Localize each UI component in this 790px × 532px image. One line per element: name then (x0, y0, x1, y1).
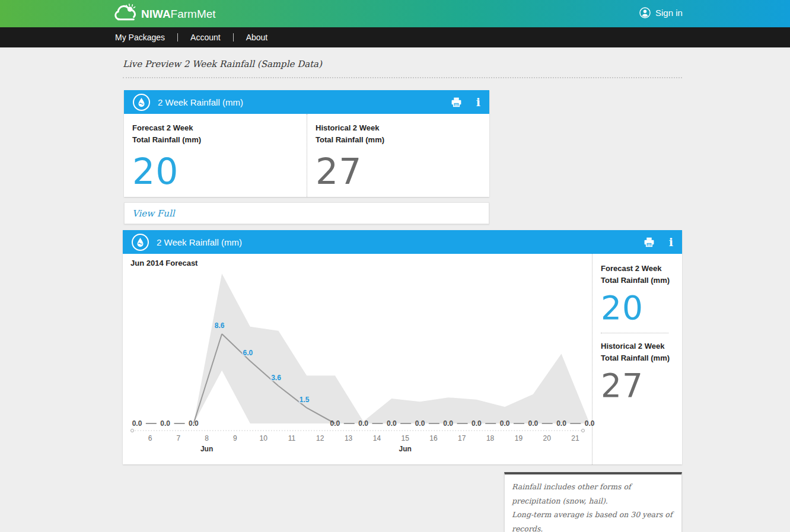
svg-text:0.0: 0.0 (585, 419, 595, 428)
nav-item-about[interactable]: About (246, 33, 268, 42)
view-full-bar: View Full (124, 202, 489, 224)
rainfall-chart-card: 2 Week Rainfall (mm) i 678Jun91011121314… (123, 230, 682, 464)
raindrop-icon (133, 94, 150, 111)
svg-text:0.0: 0.0 (132, 419, 142, 428)
svg-text:0.0: 0.0 (500, 419, 510, 428)
svg-text:0.0: 0.0 (189, 419, 199, 428)
print-icon[interactable] (451, 97, 462, 107)
svg-text:14: 14 (373, 434, 381, 442)
page-title: Live Preview 2 Week Rainfall (Sample Dat… (123, 59, 790, 69)
chart-card-header: 2 Week Rainfall (mm) i (123, 230, 682, 254)
panel-divider (601, 333, 668, 333)
svg-text:0.0: 0.0 (528, 419, 538, 428)
svg-text:15: 15 (402, 434, 410, 442)
summary-card-body: Forecast 2 Week Total Rainfall (mm) 20 H… (124, 114, 489, 197)
forecast-value: 20 (132, 153, 307, 190)
forecast-stat: Forecast 2 Week Total Rainfall (mm) 20 (124, 114, 307, 197)
view-full-link[interactable]: View Full (132, 208, 175, 219)
niwa-farmmet-logo[interactable]: NIWAFarmMet (113, 3, 216, 23)
print-icon[interactable] (644, 237, 655, 247)
svg-text:13: 13 (345, 434, 353, 442)
svg-text:1.5: 1.5 (300, 396, 310, 404)
forecast-label-line2: Total Rainfall (mm) (601, 275, 682, 286)
footnote-line-2: Long-term average is based on 30 years o… (512, 508, 674, 532)
summary-card-header: 2 Week Rainfall (mm) i (124, 90, 489, 114)
svg-text:0.0: 0.0 (556, 419, 566, 428)
rainfall-summary-card: 2 Week Rainfall (mm) i Forecast 2 Week T… (124, 90, 489, 197)
user-icon (639, 7, 651, 18)
svg-text:7: 7 (176, 434, 180, 442)
main-nav: My Packages Account About (0, 27, 790, 47)
svg-text:20: 20 (543, 434, 552, 442)
sign-in-link[interactable]: Sign in (639, 7, 683, 18)
svg-text:Jun: Jun (200, 445, 213, 453)
forecast-label-line1: Forecast 2 Week (601, 263, 682, 275)
chart-canvas: 678Jun9101112131415Jun1617181920210.00.0… (123, 254, 592, 464)
chart-side-panel: Forecast 2 Week Total Rainfall (mm) 20 H… (592, 254, 682, 464)
svg-text:0.0: 0.0 (415, 419, 425, 428)
svg-text:11: 11 (288, 434, 296, 442)
raindrop-icon (132, 234, 149, 251)
page-content: Live Preview 2 Week Rainfall (Sample Dat… (0, 47, 790, 532)
chart-card-body: 678Jun9101112131415Jun1617181920210.00.0… (123, 254, 682, 464)
svg-text:6: 6 (148, 434, 152, 442)
nav-item-my-packages[interactable]: My Packages (115, 33, 165, 42)
svg-text:Jun: Jun (399, 445, 412, 453)
historical-value: 27 (601, 369, 682, 403)
title-divider (123, 77, 682, 78)
chart-title: Jun 2014 Forecast (130, 259, 198, 267)
nav-divider (233, 33, 234, 42)
svg-text:0.0: 0.0 (330, 419, 340, 428)
footnote-line-1: Rainfall includes other forms of precipi… (512, 480, 674, 508)
forecast-label-line2: Total Rainfall (mm) (132, 134, 307, 146)
logo-farmmet-text: FarmMet (171, 5, 216, 23)
nav-divider (177, 33, 178, 42)
historical-stat: Historical 2 Week Total Rainfall (mm) 27 (307, 114, 489, 197)
card-title: 2 Week Rainfall (mm) (157, 237, 644, 247)
svg-text:9: 9 (233, 434, 237, 442)
svg-text:19: 19 (515, 434, 523, 442)
historical-label-line1: Historical 2 Week (601, 340, 682, 352)
svg-text:21: 21 (571, 434, 579, 442)
historical-label-line2: Total Rainfall (mm) (316, 134, 489, 146)
svg-text:0.0: 0.0 (443, 419, 453, 428)
cloud-sun-logo-icon (113, 3, 139, 23)
svg-text:6.0: 6.0 (243, 349, 253, 357)
svg-text:18: 18 (486, 434, 495, 442)
svg-text:0.0: 0.0 (472, 419, 482, 428)
topbar: NIWAFarmMet Sign in (0, 0, 790, 27)
svg-text:0.0: 0.0 (160, 419, 170, 428)
svg-text:17: 17 (458, 434, 466, 442)
info-icon[interactable]: i (476, 97, 480, 107)
svg-text:0.0: 0.0 (387, 419, 397, 428)
svg-text:8: 8 (205, 434, 209, 442)
sign-in-label: Sign in (655, 8, 683, 18)
forecast-value: 20 (601, 291, 682, 326)
forecast-label-line1: Forecast 2 Week (132, 122, 307, 134)
svg-text:12: 12 (316, 434, 324, 442)
svg-text:10: 10 (260, 434, 268, 442)
historical-label-line2: Total Rainfall (mm) (601, 352, 682, 364)
historical-label-line1: Historical 2 Week (316, 122, 489, 134)
svg-text:16: 16 (429, 434, 438, 442)
card-title: 2 Week Rainfall (mm) (158, 97, 451, 107)
svg-text:8.6: 8.6 (215, 321, 225, 330)
footnote-box: Rainfall includes other forms of precipi… (504, 472, 682, 532)
nav-item-account[interactable]: Account (190, 33, 221, 42)
logo-niwa-text: NIWA (141, 5, 171, 23)
info-icon[interactable]: i (669, 237, 673, 247)
svg-text:0.0: 0.0 (358, 419, 368, 428)
svg-text:3.6: 3.6 (271, 374, 281, 382)
historical-value: 27 (316, 153, 489, 190)
